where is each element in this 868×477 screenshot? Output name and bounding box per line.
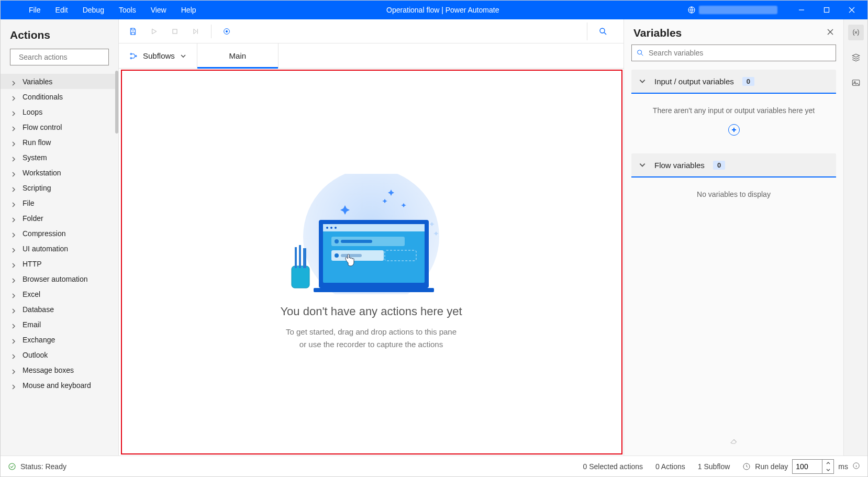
- category-file[interactable]: File: [1, 195, 118, 210]
- environment-picker[interactable]: [682, 5, 783, 15]
- category-run-flow[interactable]: Run flow: [1, 135, 118, 150]
- tab-main[interactable]: Main: [197, 43, 279, 68]
- window-maximize-button[interactable]: [814, 1, 839, 19]
- variables-search[interactable]: [631, 45, 836, 61]
- chevron-right-icon: [11, 261, 16, 267]
- run-button[interactable]: [145, 23, 163, 40]
- chevron-down-icon: [639, 77, 646, 85]
- subflows-label: Subflows: [143, 51, 175, 60]
- window-minimize-button[interactable]: [789, 1, 814, 19]
- category-conditionals[interactable]: Conditionals: [1, 89, 118, 104]
- category-compression[interactable]: Compression: [1, 226, 118, 241]
- chevron-right-icon: [11, 140, 16, 145]
- window-close-button[interactable]: [839, 1, 864, 19]
- search-icon: [636, 49, 644, 57]
- globe-icon: [687, 6, 696, 14]
- variables-close-button[interactable]: [827, 28, 834, 38]
- category-outlook[interactable]: Outlook: [1, 347, 118, 362]
- variables-panel: Variables Input / output variables 0 The…: [624, 19, 843, 456]
- canvas[interactable]: You don't have any actions here yet To g…: [119, 69, 624, 456]
- spinner-down[interactable]: [822, 467, 833, 473]
- title-bar: File Edit Debug Tools View Help Operatio…: [1, 1, 867, 19]
- category-system[interactable]: System: [1, 150, 118, 165]
- save-button[interactable]: [124, 23, 142, 40]
- rail-variables-button[interactable]: [848, 25, 864, 40]
- svg-point-39: [9, 463, 15, 470]
- category-http[interactable]: HTTP: [1, 256, 118, 271]
- category-browser-automation[interactable]: Browser automation: [1, 271, 118, 286]
- menu-file[interactable]: File: [21, 1, 48, 19]
- rail-ui-elements-button[interactable]: [848, 50, 864, 65]
- check-circle-icon: [8, 462, 16, 471]
- subflows-dropdown[interactable]: Subflows: [119, 43, 197, 68]
- chevron-right-icon: [11, 322, 16, 327]
- rail-images-button[interactable]: [848, 75, 864, 91]
- menu-view[interactable]: View: [143, 1, 174, 19]
- actions-category-list[interactable]: Variables Conditionals Loops Flow contro…: [1, 71, 118, 456]
- actions-panel-title: Actions: [1, 19, 118, 49]
- category-variables[interactable]: Variables: [1, 74, 118, 89]
- svg-point-9: [135, 55, 137, 57]
- svg-point-28: [335, 253, 339, 258]
- category-label: Compression: [23, 229, 65, 238]
- variables-panel-title: Variables: [633, 27, 682, 39]
- scrollbar-thumb[interactable]: [115, 71, 118, 134]
- info-icon[interactable]: [852, 462, 860, 471]
- chevron-right-icon: [11, 185, 16, 191]
- svg-point-22: [335, 227, 337, 229]
- io-variables-header[interactable]: Input / output variables 0: [631, 70, 836, 94]
- menu-tools[interactable]: Tools: [112, 1, 143, 19]
- add-io-variable-button[interactable]: [728, 124, 740, 136]
- flow-variables-header[interactable]: Flow variables 0: [631, 153, 836, 178]
- category-scripting[interactable]: Scripting: [1, 180, 118, 195]
- category-excel[interactable]: Excel: [1, 286, 118, 302]
- category-database[interactable]: Database: [1, 302, 118, 317]
- svg-rect-35: [303, 248, 306, 268]
- category-label: Excel: [23, 290, 40, 298]
- svg-point-7: [130, 53, 132, 54]
- category-mouse-keyboard[interactable]: Mouse and keyboard: [1, 378, 118, 393]
- variables-search-input[interactable]: [649, 49, 831, 57]
- io-variables-label: Input / output variables: [654, 77, 734, 86]
- io-variables-section: Input / output variables 0 There aren't …: [631, 70, 836, 148]
- chevron-right-icon: [11, 246, 16, 251]
- category-label: Exchange: [23, 336, 55, 344]
- category-ui-automation[interactable]: UI automation: [1, 241, 118, 256]
- recorder-button[interactable]: [218, 23, 236, 40]
- svg-point-8: [130, 57, 132, 59]
- actions-search-input[interactable]: [19, 53, 110, 61]
- run-delay-spinner[interactable]: [792, 459, 834, 474]
- menu-edit[interactable]: Edit: [48, 1, 75, 19]
- actions-search[interactable]: [10, 49, 109, 65]
- category-label: Workstation: [23, 169, 61, 177]
- category-label: Message boxes: [23, 366, 74, 374]
- svg-rect-26: [341, 240, 372, 243]
- chevron-right-icon: [11, 383, 16, 388]
- category-flow-control[interactable]: Flow control: [1, 119, 118, 135]
- category-message-boxes[interactable]: Message boxes: [1, 362, 118, 378]
- status-actions-count: 0 Actions: [655, 462, 685, 471]
- svg-rect-3: [173, 29, 177, 34]
- category-exchange[interactable]: Exchange: [1, 332, 118, 347]
- window-title: Operational flow | Power Automate: [204, 6, 682, 14]
- stop-button[interactable]: [166, 23, 184, 40]
- status-subflows-count: 1 Subflow: [698, 462, 730, 471]
- clear-variables-button[interactable]: [624, 431, 843, 451]
- svg-rect-29: [341, 254, 362, 257]
- chevron-right-icon: [11, 155, 16, 160]
- menu-help[interactable]: Help: [174, 1, 204, 19]
- category-label: Run flow: [23, 138, 51, 147]
- menu-debug[interactable]: Debug: [75, 1, 112, 19]
- category-loops[interactable]: Loops: [1, 104, 118, 119]
- category-email[interactable]: Email: [1, 317, 118, 332]
- canvas-search-button[interactable]: [587, 23, 618, 40]
- category-folder[interactable]: Folder: [1, 210, 118, 226]
- run-delay-input[interactable]: [793, 462, 822, 471]
- spinner-up[interactable]: [822, 460, 833, 467]
- category-label: Email: [23, 320, 41, 329]
- category-label: Browser automation: [23, 275, 88, 283]
- chevron-right-icon: [11, 352, 16, 358]
- category-workstation[interactable]: Workstation: [1, 165, 118, 180]
- step-button[interactable]: [187, 23, 205, 40]
- svg-point-20: [326, 227, 328, 229]
